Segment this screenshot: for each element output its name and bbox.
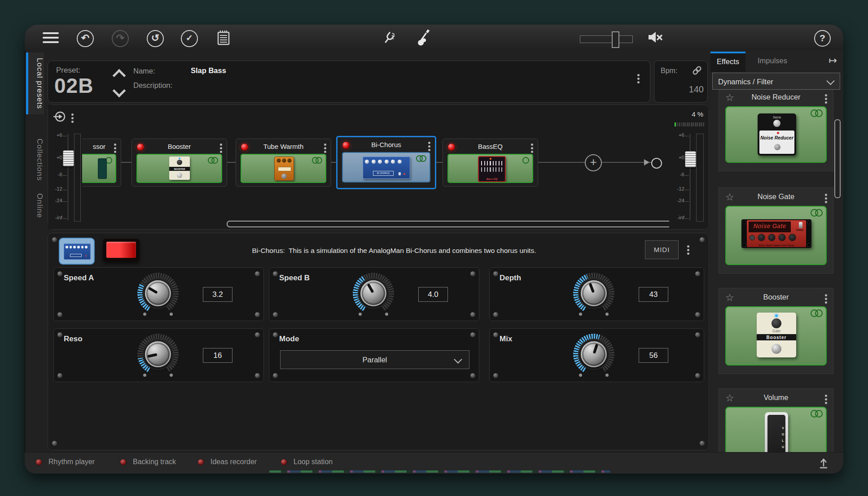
tuner-icon[interactable] — [381, 30, 397, 47]
chevron-down-icon — [454, 355, 462, 363]
param-label: Mode — [279, 335, 299, 344]
input-fader-track — [68, 134, 68, 221]
tab-impulses[interactable]: Impulses — [745, 52, 799, 70]
effect-card-body[interactable]: Sens Noise Reducer — [725, 106, 827, 163]
guitar-icon[interactable] — [416, 29, 432, 48]
name-label: Name: — [133, 67, 155, 75]
speed-b-knob[interactable] — [353, 273, 394, 314]
pedal-text: Noise Reducer — [759, 135, 794, 140]
effect-card-menu-icon[interactable] — [825, 293, 828, 305]
depth-value[interactable]: 43 — [639, 287, 668, 302]
preset-menu-icon[interactable] — [637, 73, 640, 85]
param-box-speed-b: Speed B 4.0 — [269, 267, 479, 321]
param-box-mode: Mode Parallel — [269, 328, 479, 382]
preset-up-icon[interactable] — [113, 69, 126, 83]
chain-pedal-basseq[interactable]: BassEQ Bass EQ — [443, 139, 538, 187]
input-menu-icon[interactable] — [71, 112, 74, 124]
param-label: Reso — [64, 335, 83, 344]
effect-card-body[interactable]: V O L U M E — [725, 407, 827, 452]
effect-card-title: Noise Reducer — [719, 93, 833, 101]
mix-value[interactable]: 56 — [639, 348, 668, 363]
effect-card-noise-gate[interactable]: ☆ Noise Gate Noise Gate — [719, 187, 833, 274]
reso-value[interactable]: 16 — [203, 348, 232, 363]
loop-station-toggle[interactable]: Loop station — [281, 458, 333, 466]
pedal-menu-icon[interactable] — [324, 142, 327, 154]
mode-dropdown[interactable]: Parallel — [280, 350, 469, 369]
editor-menu-icon[interactable] — [687, 244, 690, 256]
pedal-knob-labels: Mode Depth Attack Hold Decay — [748, 244, 805, 247]
notes-icon[interactable] — [217, 30, 230, 45]
bpm-value[interactable]: 140 — [654, 84, 704, 95]
pedal-body[interactable]: BOOSTER — [136, 154, 222, 183]
output-node[interactable] — [651, 158, 662, 169]
chevron-down-icon — [826, 77, 834, 85]
chain-pedal-booster[interactable]: Booster BOOSTER — [132, 139, 227, 187]
input-icon[interactable] — [53, 109, 67, 126]
effect-card-menu-icon[interactable] — [825, 93, 828, 105]
volume-slider-handle[interactable] — [612, 31, 619, 48]
pedal-menu-icon[interactable] — [220, 142, 223, 154]
export-icon[interactable] — [818, 457, 829, 470]
pedal-power-switch[interactable] — [103, 239, 140, 261]
screenshot-artifact — [269, 470, 610, 473]
undo-icon[interactable]: ↶ — [77, 30, 94, 47]
speed-a-value[interactable]: 3.2 — [203, 287, 232, 302]
redo-icon[interactable]: ↷ — [112, 30, 129, 47]
effect-card-booster[interactable]: ☆ Booster Gain Booster — [719, 288, 833, 374]
preset-panel: Preset: 02B Name: Slap Bass Description: — [48, 61, 650, 103]
input-meter — [74, 134, 81, 222]
sidebar-tab-collections[interactable]: Collections — [26, 133, 44, 186]
backing-track-toggle[interactable]: Backing track — [120, 458, 176, 466]
pedal-body[interactable] — [241, 154, 326, 183]
category-dropdown[interactable]: Dynamics / Filter — [712, 73, 840, 90]
pedal-body[interactable] — [82, 154, 116, 183]
chain-pedal-tube-warmth[interactable]: Tube Warmth — [236, 139, 331, 187]
pedal-menu-icon[interactable] — [531, 142, 534, 154]
stereo-icon — [416, 155, 426, 164]
effect-card-body[interactable]: Noise Gate POWER Mode Depth Attack Hold … — [725, 206, 827, 265]
effect-card-noise-reducer[interactable]: ☆ Noise Reducer Sens Noise Reducer — [719, 90, 833, 171]
effect-card-menu-icon[interactable] — [825, 393, 828, 405]
description-label: Description: — [133, 81, 172, 90]
bpm-link-icon[interactable] — [691, 65, 703, 78]
effect-card-menu-icon[interactable] — [825, 192, 828, 204]
chain-pedal-title: BassEQ — [443, 143, 538, 150]
pedal-thumbnail-button[interactable] — [59, 238, 95, 265]
ideas-recorder-toggle[interactable]: Ideas recorder — [197, 458, 257, 466]
preset-name[interactable]: Slap Bass — [191, 66, 226, 75]
collapse-panel-icon[interactable]: ↦ — [829, 55, 837, 66]
loop-station-led — [281, 459, 287, 466]
confirm-icon[interactable]: ✓ — [181, 30, 198, 47]
reso-knob[interactable] — [137, 334, 179, 375]
preset-down-icon[interactable] — [113, 84, 126, 98]
pedal-text: Booster — [757, 335, 796, 340]
speed-b-value[interactable]: 4.0 — [418, 287, 448, 302]
sidebar-tab-online[interactable]: Online — [26, 188, 44, 223]
sidebar-tab-local-presets[interactable]: Local presets — [26, 52, 44, 114]
depth-knob[interactable] — [573, 273, 614, 314]
speed-a-knob[interactable] — [137, 273, 179, 314]
category-value: Dynamics / Filter — [718, 78, 773, 86]
effect-card-volume[interactable]: ☆ Volume V O L U M E — [719, 388, 833, 452]
output-fader-handle[interactable] — [685, 151, 696, 167]
pedal-menu-icon[interactable] — [114, 142, 117, 154]
add-pedal-button[interactable]: + — [585, 154, 602, 171]
input-fader-handle[interactable] — [63, 150, 74, 166]
stereo-icon — [811, 410, 823, 419]
rhythm-player-toggle[interactable]: Rhythm player — [35, 458, 95, 466]
master-volume-slider[interactable] — [580, 35, 633, 43]
chain-pedal-bi-chorus[interactable]: Bi-Chorus BI CHORUS — [336, 136, 436, 189]
revert-icon[interactable]: ↺ — [147, 30, 164, 47]
midi-button[interactable]: MIDI — [645, 240, 679, 259]
pedal-body[interactable]: Bass EQ — [447, 154, 533, 183]
pedal-menu-icon[interactable] — [428, 140, 431, 152]
pedal-body[interactable]: BI CHORUS — [342, 152, 430, 183]
mute-icon[interactable] — [648, 30, 664, 46]
effect-card-body[interactable]: Gain Booster — [725, 306, 827, 365]
menu-icon[interactable] — [43, 32, 59, 43]
mix-knob[interactable] — [573, 334, 614, 375]
effects-scrollbar[interactable] — [834, 119, 841, 198]
chain-pedal-compressor[interactable]: ssor — [82, 139, 121, 187]
tab-effects[interactable]: Effects — [710, 52, 745, 72]
help-icon[interactable]: ? — [814, 30, 831, 47]
